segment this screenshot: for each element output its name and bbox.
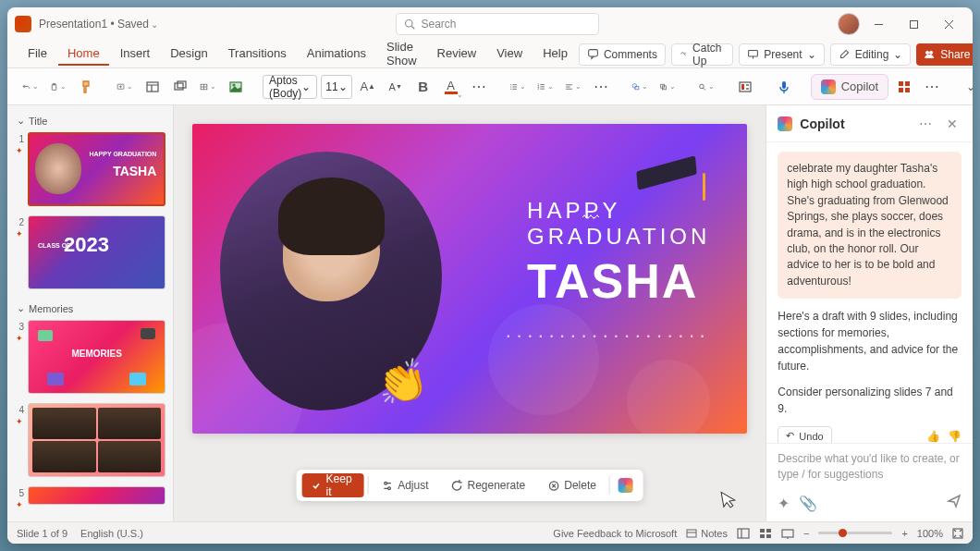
copilot-button[interactable]: Copilot bbox=[811, 74, 888, 100]
svg-point-30 bbox=[510, 88, 511, 89]
keep-it-button[interactable]: Keep it bbox=[302, 473, 363, 497]
tab-transitions[interactable]: Transitions bbox=[219, 43, 296, 66]
tab-file[interactable]: File bbox=[18, 43, 56, 66]
picture-button[interactable] bbox=[224, 74, 248, 100]
tab-insert[interactable]: Insert bbox=[111, 43, 160, 66]
shapes-button[interactable]: ⌄ bbox=[628, 74, 652, 100]
new-slide-button[interactable]: ⌄ bbox=[113, 74, 137, 100]
slide-thumb-4[interactable] bbox=[28, 403, 165, 477]
notes-button[interactable]: Notes bbox=[686, 528, 728, 539]
tab-help[interactable]: Help bbox=[533, 43, 577, 66]
decrease-font-button[interactable]: A▼ bbox=[384, 74, 408, 100]
more-font-button[interactable]: ⋯ bbox=[467, 74, 491, 100]
catchup-button[interactable]: Catch Up bbox=[671, 43, 733, 66]
svg-rect-16 bbox=[147, 82, 158, 92]
thumbs-down-button[interactable]: 👎 bbox=[948, 430, 962, 443]
svg-rect-7 bbox=[749, 50, 758, 56]
copilot-input[interactable]: Describe what you'd like to create, or t… bbox=[778, 451, 962, 488]
find-button[interactable]: ⌄ bbox=[694, 74, 718, 100]
svg-line-46 bbox=[703, 88, 704, 90]
dictate-button[interactable] bbox=[772, 74, 796, 100]
send-button[interactable] bbox=[947, 494, 962, 512]
undo-button[interactable]: ↶Undo bbox=[778, 426, 831, 443]
paste-button[interactable]: ⌄ bbox=[46, 74, 70, 100]
slide-counter[interactable]: Slide 1 of 9 bbox=[17, 528, 67, 539]
align-button[interactable]: ⌄ bbox=[561, 74, 585, 100]
designer-button[interactable] bbox=[733, 74, 757, 100]
grid-view-button[interactable] bbox=[892, 74, 916, 100]
regenerate-button[interactable]: Regenerate bbox=[442, 473, 535, 497]
section-title[interactable]: ⌄Title bbox=[15, 111, 165, 132]
slide-thumb-1[interactable]: HAPPY GRADUATION TASHA bbox=[28, 132, 165, 206]
zoom-out-button[interactable]: − bbox=[803, 528, 809, 539]
undo-button[interactable]: ⌄ bbox=[18, 74, 43, 100]
table-button[interactable]: ⌄ bbox=[196, 74, 220, 100]
present-button[interactable]: Present⌄ bbox=[739, 43, 824, 66]
zoom-slider[interactable] bbox=[818, 532, 892, 534]
fit-window-button[interactable] bbox=[952, 528, 963, 539]
reuse-slides-button[interactable] bbox=[168, 74, 192, 100]
slide-canvas: 〰 HAPPY GRADUATION TASHA • • • • • • • •… bbox=[174, 105, 766, 521]
section-memories[interactable]: ⌄Memories bbox=[15, 299, 165, 320]
zoom-in-button[interactable]: + bbox=[901, 528, 907, 539]
slide-thumb-5[interactable] bbox=[28, 486, 165, 505]
slide-text-graduation: GRADUATION bbox=[527, 224, 710, 250]
svg-rect-37 bbox=[540, 88, 545, 89]
close-button[interactable] bbox=[932, 11, 965, 37]
delete-button[interactable]: Delete bbox=[538, 473, 606, 497]
close-pane-button[interactable]: ✕ bbox=[943, 115, 962, 133]
feedback-link[interactable]: Give Feedback to Microsoft bbox=[553, 528, 677, 539]
svg-rect-49 bbox=[746, 84, 749, 86]
bullets-button[interactable]: ⌄ bbox=[506, 74, 530, 100]
editing-button[interactable]: Editing⌄ bbox=[830, 43, 912, 66]
svg-point-58 bbox=[384, 482, 386, 484]
tab-review[interactable]: Review bbox=[428, 43, 486, 66]
arrange-button[interactable]: ⌄ bbox=[655, 74, 680, 100]
reading-view-button[interactable] bbox=[781, 528, 794, 539]
format-painter-button[interactable] bbox=[74, 74, 98, 100]
user-avatar[interactable] bbox=[838, 13, 860, 35]
attach-icon[interactable]: 📎 bbox=[799, 495, 817, 512]
numbering-button[interactable]: 123⌄ bbox=[533, 74, 557, 100]
zoom-level[interactable]: 100% bbox=[917, 528, 943, 539]
minimize-button[interactable] bbox=[862, 11, 895, 37]
slide-number: 3 bbox=[15, 320, 24, 332]
slide-main[interactable]: 〰 HAPPY GRADUATION TASHA • • • • • • • •… bbox=[192, 124, 747, 434]
more-para-button[interactable]: ⋯ bbox=[589, 74, 613, 100]
search-input[interactable]: Search bbox=[396, 13, 599, 35]
share-button[interactable]: Share⌄ bbox=[916, 43, 973, 66]
comments-button[interactable]: Comments bbox=[579, 43, 666, 66]
font-size-select[interactable]: 11⌄ bbox=[321, 75, 351, 99]
layout-button[interactable] bbox=[141, 74, 165, 100]
tab-design[interactable]: Design bbox=[161, 43, 216, 66]
action-bar: Keep it Adjust Regenerate Delete bbox=[297, 470, 643, 501]
tab-slideshow[interactable]: Slide Show bbox=[377, 36, 426, 73]
sparkle-icon[interactable]: ✦ bbox=[778, 495, 790, 512]
slide-thumb-3[interactable]: MEMORIES bbox=[28, 320, 165, 394]
copilot-action-button[interactable] bbox=[614, 473, 638, 497]
normal-view-button[interactable] bbox=[737, 528, 750, 539]
tab-view[interactable]: View bbox=[487, 43, 532, 66]
font-color-button[interactable]: A⌄ bbox=[439, 74, 463, 100]
thumbs-up-button[interactable]: 👍 bbox=[926, 430, 940, 443]
document-title[interactable]: Presentation1 • Saved⌄ bbox=[39, 18, 158, 31]
svg-point-28 bbox=[510, 86, 511, 87]
tab-home[interactable]: Home bbox=[58, 43, 109, 66]
adjust-button[interactable]: Adjust bbox=[372, 473, 437, 497]
sorter-view-button[interactable] bbox=[759, 528, 772, 539]
copilot-icon bbox=[619, 478, 633, 493]
tab-animations[interactable]: Animations bbox=[298, 43, 375, 66]
slide-thumb-2[interactable]: CLASS OF 2023 bbox=[28, 215, 165, 289]
increase-font-button[interactable]: A▲ bbox=[356, 74, 380, 100]
svg-point-45 bbox=[699, 84, 704, 89]
collapse-ribbon-button[interactable]: ⌄ bbox=[959, 74, 973, 100]
maximize-button[interactable] bbox=[897, 11, 930, 37]
more-options-button[interactable]: ⋯ bbox=[915, 115, 936, 133]
sparkle-icon: ✦ bbox=[16, 417, 23, 426]
language-status[interactable]: English (U.S.) bbox=[80, 528, 143, 539]
sparkle-icon: ✦ bbox=[16, 500, 23, 509]
svg-rect-51 bbox=[782, 81, 786, 89]
bold-button[interactable]: B bbox=[411, 74, 435, 100]
font-select[interactable]: Aptos (Body)⌄ bbox=[263, 75, 317, 99]
more-ribbon-button[interactable]: ⋯ bbox=[920, 74, 944, 100]
